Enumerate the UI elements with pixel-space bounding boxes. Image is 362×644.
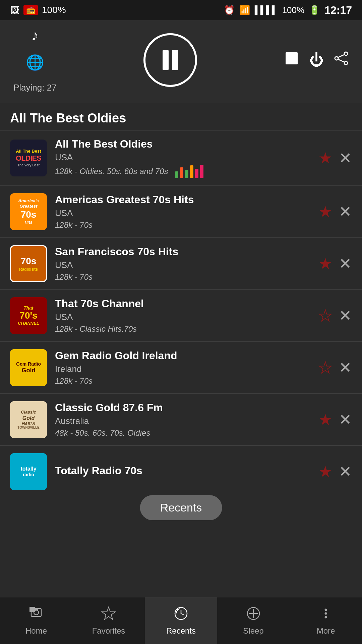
station-bitrate: 48k - 50s. 60s. 70s. Oldies (55, 428, 310, 438)
player-right-controls: ⏻ (284, 51, 349, 69)
svg-point-18 (252, 612, 254, 614)
sleep-icon (246, 606, 261, 624)
station-country: USA (55, 312, 310, 322)
status-right: ⏰ 📶 ▌▌▌▌ 100% 🔋 12:17 (224, 4, 352, 16)
station-actions: ★ ✕ (318, 308, 352, 323)
favorite-button[interactable]: ★ (318, 412, 332, 427)
station-country: USA (55, 260, 310, 270)
list-item[interactable]: totally radio Totally Radio 70s ★ ✕ (0, 445, 362, 493)
nav-item-more[interactable]: More (290, 597, 362, 644)
nav-label-favorites: Favorites (92, 626, 125, 636)
station-info: All The Best Oldies USA 128k - Oldies. 5… (55, 138, 310, 178)
pause-button[interactable] (143, 33, 197, 87)
station-info: San Franciscos 70s Hits USA 128k - 70s (55, 246, 310, 282)
station-actions: ★ ✕ (318, 360, 352, 375)
remove-button[interactable]: ✕ (339, 150, 352, 166)
battery-icon: 🔋 (309, 5, 320, 15)
nav-item-home[interactable]: Home (0, 597, 72, 644)
station-info: Totally Radio 70s (55, 465, 310, 479)
svg-point-3 (344, 61, 348, 65)
remove-button[interactable]: ✕ (339, 256, 352, 271)
remove-button[interactable]: ✕ (339, 204, 352, 219)
nav-item-favorites[interactable]: Favorites (72, 597, 145, 644)
list-item[interactable]: Gem Radio Gold Gem Radio Gold Ireland Ir… (0, 341, 362, 393)
svg-point-21 (325, 616, 327, 619)
station-name: Americas Greatest 70s Hits (55, 194, 310, 206)
equalizer-bars (175, 165, 203, 178)
station-bitrate: 128k - Oldies. 50s. 60s and 70s (55, 167, 168, 176)
station-name: All The Best Oldies (55, 138, 310, 150)
alarm-icon: ⏰ (224, 5, 235, 15)
list-item[interactable]: 70s RadioHits San Franciscos 70s Hits US… (0, 237, 362, 289)
svg-rect-11 (35, 608, 38, 610)
station-name: Totally Radio 70s (55, 465, 310, 477)
battery-percent: 100% (282, 5, 305, 15)
favorite-button[interactable]: ★ (318, 204, 332, 219)
player-header: ♪ 🌐 Playing: 27 ⏻ (0, 20, 362, 103)
station-actions: ★ ✕ (318, 464, 352, 479)
station-bitrate: 128k - Classic Hits.70s (55, 324, 310, 334)
station-logo: America's Greatest 70s Hits (10, 193, 47, 230)
station-name: Gem Radio Gold Ireland (55, 350, 310, 362)
list-item[interactable]: That 70's CHANNEL That 70s Channel USA 1… (0, 289, 362, 341)
list-item[interactable]: America's Greatest 70s Hits Americas Gre… (0, 185, 362, 237)
status-bar: 🖼 📻 100% ⏰ 📶 ▌▌▌▌ 100% 🔋 12:17 (0, 0, 362, 20)
station-name: Classic Gold 87.6 Fm (55, 401, 310, 414)
section-title: All The Best Oldies (0, 103, 362, 130)
more-icon (318, 606, 334, 624)
list-item[interactable]: Classic Gold FM 87.6 TOWNSVILLE Classic … (0, 393, 362, 445)
nav-item-recents[interactable]: Recents (145, 597, 217, 644)
remove-button[interactable]: ✕ (339, 308, 352, 323)
station-country: Australia (55, 416, 310, 426)
svg-rect-0 (286, 52, 298, 64)
stop-button[interactable] (284, 51, 299, 69)
app-icon: 📻 (23, 5, 38, 15)
favorites-icon (101, 606, 116, 624)
remove-button[interactable]: ✕ (339, 412, 352, 427)
station-info: That 70s Channel USA 128k - Classic Hits… (55, 298, 310, 334)
station-country: Ireland (55, 364, 310, 374)
nav-label-recents: Recents (166, 626, 196, 636)
station-country: USA (55, 152, 310, 163)
station-logo: All The Best OLDIES The Very Best (10, 140, 47, 176)
station-logo: 70s RadioHits (10, 245, 47, 282)
station-info: Americas Greatest 70s Hits USA 128k - 70… (55, 194, 310, 230)
power-button[interactable]: ⏻ (309, 52, 324, 68)
nav-label-home: Home (25, 626, 47, 636)
svg-marker-12 (102, 607, 115, 620)
station-info: Gem Radio Gold Ireland Ireland 128k - 70… (55, 350, 310, 386)
nav-label-sleep: Sleep (243, 626, 263, 636)
station-bitrate: 128k - 70s (55, 272, 310, 282)
station-bitrate: 128k - 70s (55, 376, 310, 386)
pause-icon (163, 50, 178, 70)
music-note-icon[interactable]: ♪ (31, 27, 39, 44)
favorite-button[interactable]: ★ (318, 150, 332, 166)
station-name: San Franciscos 70s Hits (55, 246, 310, 258)
favorite-button[interactable]: ★ (318, 256, 332, 271)
home-icon (28, 606, 44, 624)
svg-point-19 (325, 609, 327, 611)
nav-label-more: More (317, 626, 335, 636)
favorite-button[interactable]: ★ (318, 360, 332, 375)
list-item[interactable]: All The Best OLDIES The Very Best All Th… (0, 130, 362, 185)
remove-button[interactable]: ✕ (339, 360, 352, 375)
playing-label: Playing: 27 (13, 83, 57, 93)
svg-line-4 (338, 55, 344, 57)
bottom-navigation: Home Favorites Recents (0, 597, 362, 644)
share-button[interactable] (334, 51, 349, 69)
nav-item-sleep[interactable]: Sleep (217, 597, 290, 644)
status-time: 12:17 (324, 4, 352, 16)
station-logo: Classic Gold FM 87.6 TOWNSVILLE (10, 401, 47, 438)
favorite-button[interactable]: ★ (318, 308, 332, 323)
svg-point-2 (335, 57, 338, 60)
globe-icon[interactable]: 🌐 (26, 54, 44, 71)
player-left-controls: ♪ 🌐 Playing: 27 (13, 27, 57, 93)
status-left: 🖼 📻 100% (10, 5, 66, 16)
svg-line-5 (338, 59, 344, 62)
station-actions: ★ ✕ (318, 256, 352, 271)
wifi-icon: 📶 (239, 5, 250, 15)
favorite-button[interactable]: ★ (318, 464, 332, 479)
remove-button[interactable]: ✕ (339, 464, 352, 479)
photo-icon: 🖼 (10, 5, 19, 16)
station-name: That 70s Channel (55, 298, 310, 310)
